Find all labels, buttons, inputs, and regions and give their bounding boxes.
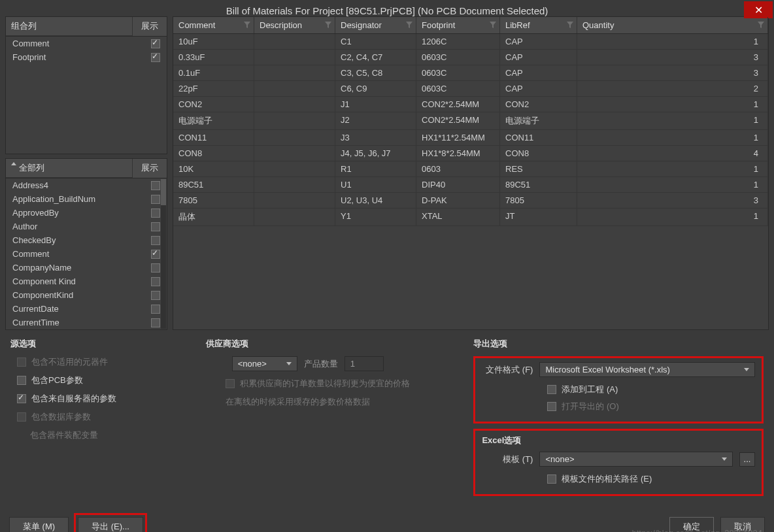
- cell-desig: J3: [335, 130, 416, 145]
- grouped-show-header[interactable]: 展示: [133, 17, 167, 36]
- filter-icon[interactable]: [324, 21, 332, 29]
- column-header-description[interactable]: Description: [254, 17, 335, 33]
- include-db-checkbox: [17, 412, 26, 422]
- cell-comment: 0.1uF: [173, 65, 254, 80]
- template-browse-button[interactable]: ...: [739, 452, 755, 467]
- cell-foot: CON2*2.54MM: [416, 112, 500, 129]
- show-checkbox[interactable]: [151, 236, 160, 245]
- export-button[interactable]: 导出 (E)...: [78, 517, 143, 532]
- cell-foot: 0603: [416, 161, 500, 176]
- cell-foot: 1206C: [416, 34, 500, 49]
- all-column-item[interactable]: CheckedBy: [6, 233, 167, 247]
- show-checkbox[interactable]: [151, 277, 160, 286]
- cell-comment: 0.33uF: [173, 50, 254, 65]
- cell-desig: J1: [335, 97, 416, 112]
- column-header-label: LibRef: [505, 20, 530, 30]
- filter-icon[interactable]: [757, 21, 765, 29]
- all-column-item[interactable]: Author: [6, 220, 167, 233]
- close-button[interactable]: ✕: [744, 1, 773, 18]
- all-column-item[interactable]: Application_BuildNum: [6, 192, 167, 206]
- list-item-label: Author: [12, 222, 151, 231]
- column-header-quantity[interactable]: Quantity: [577, 17, 768, 33]
- show-checkbox[interactable]: [151, 263, 160, 273]
- columns-scrollbar[interactable]: [161, 179, 166, 329]
- supplier-dropdown[interactable]: <none>: [232, 356, 297, 371]
- column-header-comment[interactable]: Comment: [173, 17, 254, 33]
- show-checkbox[interactable]: [151, 222, 160, 231]
- include-unfit-checkbox: [17, 357, 26, 367]
- cell-desc: [254, 50, 335, 65]
- list-item-label: Component Kind: [12, 276, 151, 286]
- include-pcb-checkbox[interactable]: [17, 376, 26, 385]
- cancel-button[interactable]: 取消: [720, 517, 765, 532]
- table-row[interactable]: 10uFC11206CCAP1: [173, 34, 768, 50]
- column-header-designator[interactable]: Designator: [335, 17, 416, 33]
- all-column-item[interactable]: Address4: [6, 178, 167, 192]
- filter-icon[interactable]: [566, 21, 574, 29]
- all-column-item[interactable]: CurrentTime: [6, 316, 167, 329]
- all-column-item[interactable]: Comment: [6, 247, 167, 261]
- offline-cache-label: 在离线的时候采用缓存的参数价格数据: [226, 396, 370, 408]
- relative-path-checkbox[interactable]: [547, 474, 556, 484]
- include-variants-label: 包含器件装配变量: [30, 429, 98, 441]
- grouped-columns-header[interactable]: 组合列: [6, 17, 133, 36]
- table-row[interactable]: 晶体Y1XTALJT1: [173, 208, 768, 226]
- cell-lib: CON8: [500, 146, 577, 161]
- cell-desig: J4, J5, J6, J7: [335, 146, 416, 161]
- menu-button[interactable]: 菜单 (M): [9, 517, 69, 532]
- show-checkbox[interactable]: [151, 318, 160, 327]
- template-dropdown[interactable]: <none>: [539, 452, 733, 467]
- table-row[interactable]: 89C51U1DIP4089C511: [173, 177, 768, 193]
- cell-foot: HX1*11*2.54MM: [416, 130, 500, 145]
- filter-icon[interactable]: [243, 21, 251, 29]
- show-checkbox[interactable]: [151, 305, 160, 314]
- cell-foot: 0603C: [416, 50, 500, 65]
- table-row[interactable]: 0.1uFC3, C5, C80603CCAP3: [173, 65, 768, 81]
- grouped-column-item[interactable]: Footprint: [6, 50, 167, 64]
- all-column-item[interactable]: ApprovedBy: [6, 206, 167, 220]
- show-checkbox[interactable]: [151, 39, 160, 48]
- product-qty-input[interactable]: [345, 356, 384, 371]
- list-item-label: Address4: [12, 180, 151, 190]
- list-item-label: CompanyName: [12, 263, 151, 273]
- table-row[interactable]: 0.33uFC2, C4, C70603CCAP3: [173, 50, 768, 65]
- table-row[interactable]: CON11J3HX1*11*2.54MMCON111: [173, 130, 768, 146]
- open-exported-label: 打开导出的 (O): [562, 401, 618, 412]
- cell-desc: [254, 34, 335, 49]
- table-row[interactable]: 10KR10603RES1: [173, 161, 768, 177]
- show-checkbox[interactable]: [151, 53, 160, 62]
- table-row[interactable]: CON2J1CON2*2.54MMCON21: [173, 97, 768, 112]
- table-row[interactable]: 电源端子J2CON2*2.54MM电源端子1: [173, 112, 768, 130]
- column-header-label: Comment: [178, 20, 215, 30]
- all-columns-header[interactable]: 全部列: [6, 159, 133, 178]
- all-show-header[interactable]: 展示: [133, 159, 167, 178]
- column-header-footprint[interactable]: Footprint: [416, 17, 500, 33]
- show-checkbox[interactable]: [151, 250, 160, 259]
- include-server-checkbox[interactable]: [17, 394, 26, 403]
- show-checkbox[interactable]: [151, 181, 160, 190]
- list-item-label: Comment: [12, 249, 151, 259]
- all-column-item[interactable]: ComponentKind: [6, 288, 167, 302]
- show-checkbox[interactable]: [151, 208, 160, 218]
- grouped-column-item[interactable]: Comment: [6, 37, 167, 50]
- column-header-libref[interactable]: LibRef: [500, 17, 577, 33]
- filter-icon[interactable]: [489, 21, 497, 29]
- show-checkbox[interactable]: [151, 195, 160, 204]
- add-to-project-checkbox[interactable]: [547, 385, 556, 394]
- file-format-dropdown[interactable]: Microsoft Excel Worksheet (*.xls): [539, 362, 755, 377]
- table-row[interactable]: CON8J4, J5, J6, J7HX1*8*2.54MMCON84: [173, 146, 768, 161]
- all-column-item[interactable]: CurrentDate: [6, 302, 167, 316]
- all-column-item[interactable]: CompanyName: [6, 261, 167, 274]
- cell-lib: CON2: [500, 97, 577, 112]
- cell-foot: HX1*8*2.54MM: [416, 146, 500, 161]
- table-row[interactable]: 22pFC6, C90603CCAP2: [173, 81, 768, 97]
- excel-options-title: Excel选项: [482, 435, 755, 446]
- table-row[interactable]: 7805U2, U3, U4D-PAK78053: [173, 193, 768, 208]
- all-column-item[interactable]: Component Kind: [6, 274, 167, 288]
- show-checkbox[interactable]: [151, 291, 160, 300]
- cell-lib: RES: [500, 161, 577, 176]
- filter-icon[interactable]: [405, 21, 413, 29]
- window-title: Bill of Materials For Project [89C51.Prj…: [226, 5, 548, 16]
- accumulate-orders-checkbox: [226, 379, 235, 388]
- ok-button[interactable]: 确定: [669, 517, 714, 532]
